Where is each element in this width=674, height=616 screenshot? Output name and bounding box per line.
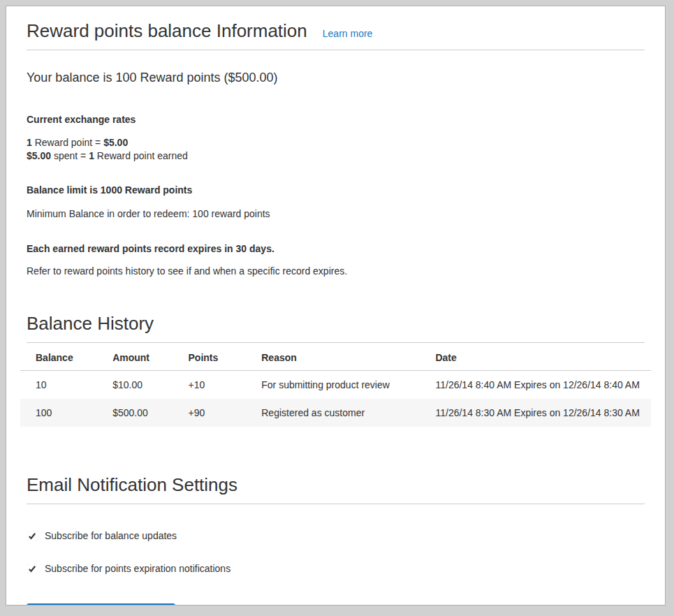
balance-summary: Your balance is 100 Reward points ($500.… <box>27 70 645 85</box>
col-header-reason: Reason <box>246 343 420 371</box>
exchange-points-value: 1 <box>27 137 32 148</box>
exchange-dollar-value: $5.00 <box>103 137 128 148</box>
points-expiration-label: Subscribe for points expiration notifica… <box>45 562 230 575</box>
exchange-rates-lines: 1 Reward point = $5.00 $5.00 spent = 1 R… <box>27 136 645 163</box>
exchange-line1-text: Reward point = <box>32 137 103 148</box>
cell-reason: Registered as customer <box>246 399 420 427</box>
exchange-line2-tail: Reward point earned <box>94 150 188 161</box>
col-header-balance: Balance <box>20 343 97 371</box>
exchange-rates-heading: Current exchange rates <box>27 113 645 126</box>
balance-history-table-wrap: Balance Amount Points Reason Date 10 $10… <box>20 343 651 427</box>
exchange-rate-line-2: $5.00 spent = 1 Reward point earned <box>27 149 645 163</box>
cell-date: 11/26/14 8:40 AM Expires on 12/26/14 8:4… <box>420 371 651 399</box>
table-row: 10 $10.00 +10 For submitting product rev… <box>20 371 651 399</box>
balance-limit-text: Balance limit is 1000 Reward points <box>27 184 645 197</box>
min-redeem-text: Minimum Balance in order to redeem: 100 … <box>27 207 645 221</box>
subscription-options: Subscribe for balance updates Subscribe … <box>27 529 645 575</box>
cell-amount: $500.00 <box>97 399 173 427</box>
balance-updates-label: Subscribe for balance updates <box>45 529 177 543</box>
col-header-amount: Amount <box>97 343 173 371</box>
cell-points: +90 <box>173 399 247 427</box>
exchange-line2-text: spent = <box>51 150 89 161</box>
table-row: 100 $500.00 +90 Registered as customer 1… <box>20 399 651 427</box>
email-settings-heading: Email Notification Settings <box>27 473 645 504</box>
exchange-spent-value: $5.00 <box>27 150 51 161</box>
exchange-earned-points: 1 <box>89 150 94 161</box>
balance-history-table: Balance Amount Points Reason Date 10 $10… <box>20 343 651 427</box>
learn-more-link[interactable]: Learn more <box>323 28 373 39</box>
page-title: Reward points balance Information <box>27 19 307 43</box>
balance-updates-checkbox[interactable] <box>27 531 37 541</box>
points-expiration-option[interactable]: Subscribe for points expiration notifica… <box>27 562 645 575</box>
exchange-rate-line-1: 1 Reward point = $5.00 <box>27 136 645 149</box>
balance-updates-option[interactable]: Subscribe for balance updates <box>27 529 645 543</box>
cell-points: +10 <box>173 371 247 399</box>
cell-reason: For submitting product review <box>246 371 420 399</box>
cell-date: 11/26/14 8:30 AM Expires on 12/26/14 8:3… <box>420 399 651 427</box>
cell-balance: 10 <box>20 371 97 399</box>
balance-history-heading: Balance History <box>27 311 645 343</box>
expiration-text: Each earned reward points record expires… <box>27 242 645 256</box>
save-subscription-settings-button[interactable]: Save Subscription Settings <box>27 603 175 606</box>
col-header-date: Date <box>420 343 651 371</box>
expiration-note-text: Refer to reward points history to see if… <box>27 265 645 278</box>
col-header-points: Points <box>173 343 247 371</box>
page-header: Reward points balance Information Learn … <box>27 19 645 50</box>
cell-amount: $10.00 <box>97 371 173 399</box>
table-header-row: Balance Amount Points Reason Date <box>20 343 651 371</box>
points-expiration-checkbox[interactable] <box>27 564 37 574</box>
cell-balance: 100 <box>20 399 97 427</box>
page-background: Reward points balance Information Learn … <box>0 0 674 616</box>
reward-points-panel: Reward points balance Information Learn … <box>6 6 666 606</box>
